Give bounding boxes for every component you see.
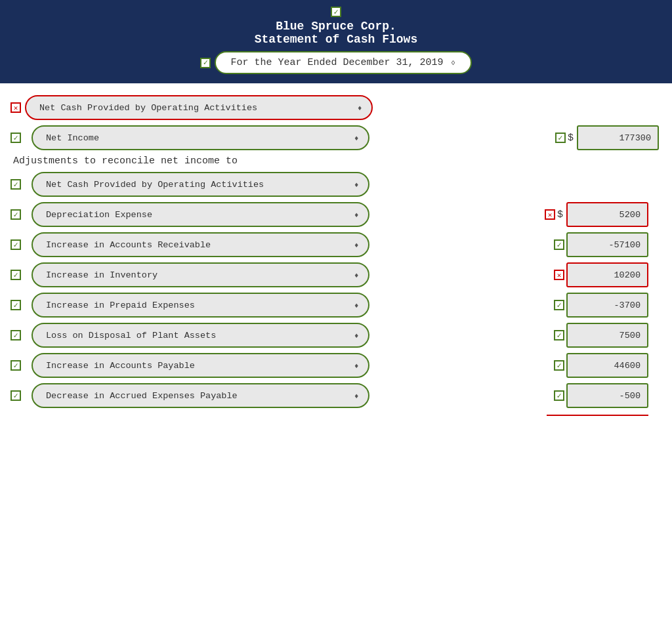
year-dropdown[interactable]: For the Year Ended December 31, 2019 ⬨ [215,51,471,74]
cb-ar-value[interactable] [554,239,564,250]
cb-accounts-receivable[interactable] [10,239,21,250]
cb-operating-top[interactable] [10,102,21,113]
plant-assets-value-container: 7500 [554,323,648,348]
value-plant-assets[interactable]: 7500 [566,323,648,348]
label-operating-top: Net Cash Provided by Operating Activitie… [35,103,357,113]
dropdown-accounts-receivable[interactable]: Increase in Accounts Receivable ⬧ [32,232,369,257]
value-depreciation[interactable]: 5200 [566,202,648,227]
label-accounts-receivable: Increase in Accounts Receivable [42,240,354,250]
cb-accrued-expenses[interactable] [10,390,21,401]
row-accounts-payable: Increase in Accounts Payable ⬧ 44600 [10,353,662,378]
cb-plant-assets-value[interactable] [554,330,564,340]
cb-operating-sub[interactable] [10,179,21,190]
prepaid-value-container: -3700 [554,293,648,318]
row-prepaid-expenses: Increase in Prepaid Expenses ⬧ -3700 [10,293,662,318]
cb-plant-assets[interactable] [10,330,21,340]
dropdown-accrued-expenses[interactable]: Decrease in Accrued Expenses Payable ⬧ [32,383,369,408]
arrow-depreciation: ⬧ [354,209,359,220]
row-plant-assets: Loss on Disposal of Plant Assets ⬧ 7500 [10,323,662,348]
arrow-operating-top: ⬧ [357,102,362,113]
statement-title: Statement of Cash Flows [13,33,659,46]
bottom-line [547,415,648,416]
row-accrued-expenses: Decrease in Accrued Expenses Payable ⬧ -… [10,383,662,408]
cb-prepaid-expenses[interactable] [10,300,21,310]
cb-inventory-value[interactable] [554,270,564,280]
row-net-income: Net Income ⬧ $ 177300 [10,125,662,150]
dropdown-depreciation[interactable]: Depreciation Expense ⬧ [32,202,369,227]
value-accounts-payable[interactable]: 44600 [566,353,648,378]
year-dropdown-arrow: ⬨ [450,57,456,68]
depreciation-value-container: $ 5200 [545,202,648,227]
arrow-operating-sub: ⬧ [354,179,359,190]
dollar-depreciation: $ [557,209,563,220]
accrued-value-container: -500 [554,383,648,408]
arrow-accrued-expenses: ⬧ [354,390,359,401]
label-accounts-payable: Increase in Accounts Payable [42,361,354,371]
content-area: Net Cash Provided by Operating Activitie… [0,83,672,421]
year-label: For the Year Ended December 31, 2019 [230,57,443,68]
value-accounts-receivable[interactable]: -57100 [566,232,648,257]
company-name: Blue Spruce Corp. [13,20,659,33]
value-prepaid-expenses[interactable]: -3700 [566,293,648,318]
dropdown-operating-top[interactable]: Net Cash Provided by Operating Activitie… [25,95,373,120]
ap-value-container: 44600 [554,353,648,378]
label-net-income: Net Income [42,133,354,143]
row-operating-top: Net Cash Provided by Operating Activitie… [10,95,662,120]
ar-value-container: -57100 [554,232,648,257]
dropdown-operating-sub[interactable]: Net Cash Provided by Operating Activitie… [32,172,369,197]
dropdown-net-income[interactable]: Net Income ⬧ [32,125,369,150]
value-inventory[interactable]: 10200 [566,262,648,287]
header: Blue Spruce Corp. Statement of Cash Flow… [0,0,672,83]
cb-net-income[interactable] [10,133,21,143]
value-accrued-expenses[interactable]: -500 [566,383,648,408]
arrow-inventory: ⬧ [354,270,359,280]
dropdown-accounts-payable[interactable]: Increase in Accounts Payable ⬧ [32,353,369,378]
cb-accounts-payable[interactable] [10,360,21,371]
label-operating-sub: Net Cash Provided by Operating Activitie… [42,180,354,190]
page-wrapper: Blue Spruce Corp. Statement of Cash Flow… [0,0,672,618]
cb-prepaid-value[interactable] [554,300,564,310]
label-plant-assets: Loss on Disposal of Plant Assets [42,331,354,340]
arrow-plant-assets: ⬧ [354,330,359,340]
adjustments-label: Adjustments to reconcile net income to [10,155,662,167]
cb-ap-value[interactable] [554,360,564,371]
arrow-accounts-receivable: ⬧ [354,239,359,250]
net-income-value-container: $ 177300 [555,125,659,150]
row-depreciation: Depreciation Expense ⬧ $ 5200 [10,202,662,227]
dropdown-inventory[interactable]: Increase in Inventory ⬧ [32,262,369,287]
cb-net-income-value[interactable] [555,133,566,143]
dropdown-plant-assets[interactable]: Loss on Disposal of Plant Assets ⬧ [32,323,369,348]
label-prepaid-expenses: Increase in Prepaid Expenses [42,300,354,310]
row-inventory: Increase in Inventory ⬧ 10200 [10,262,662,287]
arrow-accounts-payable: ⬧ [354,360,359,371]
header-checkbox[interactable] [331,7,341,17]
arrow-prepaid-expenses: ⬧ [354,300,359,310]
row-accounts-receivable: Increase in Accounts Receivable ⬧ -57100 [10,232,662,257]
cb-depreciation[interactable] [10,209,21,220]
cb-depreciation-value[interactable] [545,209,555,220]
dropdown-prepaid-expenses[interactable]: Increase in Prepaid Expenses ⬧ [32,293,369,318]
arrow-net-income: ⬧ [354,133,359,143]
label-depreciation: Depreciation Expense [42,210,354,220]
year-checkbox[interactable] [200,58,211,68]
inventory-value-container: 10200 [554,262,648,287]
value-net-income[interactable]: 177300 [577,125,659,150]
label-accrued-expenses: Decrease in Accrued Expenses Payable [42,391,354,401]
label-inventory: Increase in Inventory [42,270,354,280]
dollar-net-income: $ [568,133,574,144]
row-operating-sub: Net Cash Provided by Operating Activitie… [10,172,662,197]
cb-inventory[interactable] [10,270,21,280]
cb-accrued-value[interactable] [554,390,564,401]
